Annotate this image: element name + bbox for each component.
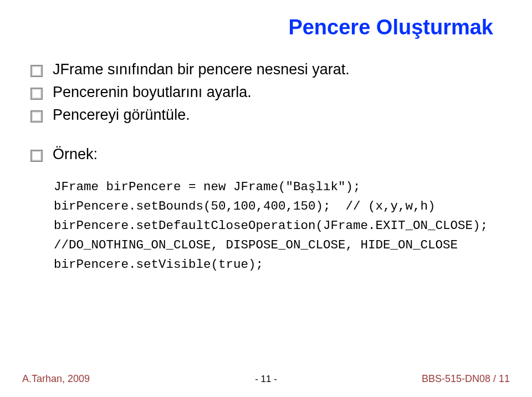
footer-author: A.Tarhan, 2009 bbox=[22, 373, 90, 385]
square-bullet-icon bbox=[30, 88, 43, 100]
code-block: JFrame birPencere = new JFrame("Başlık")… bbox=[54, 177, 499, 274]
bullet-item: Örnek: bbox=[30, 146, 499, 163]
bullet-text: JFrame sınıfından bir pencere nesnesi ya… bbox=[53, 61, 350, 78]
slide: Pencere Oluşturmak JFrame sınıfından bir… bbox=[0, 0, 532, 397]
code-line: birPencere.setVisible(true); bbox=[54, 257, 263, 272]
footer-page-number: - 11 - bbox=[255, 374, 277, 385]
code-line: birPencere.setBounds(50,100,400,150); //… bbox=[54, 199, 436, 213]
footer-course-code: BBS-515-DN08 / 11 bbox=[422, 373, 510, 385]
square-bullet-icon bbox=[30, 110, 43, 123]
bullet-text: Pencereyi görüntüle. bbox=[53, 106, 190, 124]
bullet-item: Pencereyi görüntüle. bbox=[30, 106, 499, 124]
bullet-text: Örnek: bbox=[53, 146, 98, 163]
square-bullet-icon bbox=[30, 65, 43, 77]
code-line: birPencere.setDefaultCloseOperation(JFra… bbox=[54, 218, 488, 233]
slide-title: Pencere Oluşturmak bbox=[288, 16, 493, 39]
bullet-item: Pencerenin boyutlarını ayarla. bbox=[30, 84, 499, 101]
code-line: JFrame birPencere = new JFrame("Başlık")… bbox=[54, 180, 361, 194]
square-bullet-icon bbox=[30, 150, 43, 162]
bullet-text: Pencerenin boyutlarını ayarla. bbox=[53, 84, 252, 101]
bullet-item: JFrame sınıfından bir pencere nesnesi ya… bbox=[30, 61, 499, 78]
code-line: //DO_NOTHING_ON_CLOSE, DISPOSE_ON_CLOSE,… bbox=[54, 238, 458, 252]
slide-content: JFrame sınıfından bir pencere nesnesi ya… bbox=[30, 61, 499, 274]
